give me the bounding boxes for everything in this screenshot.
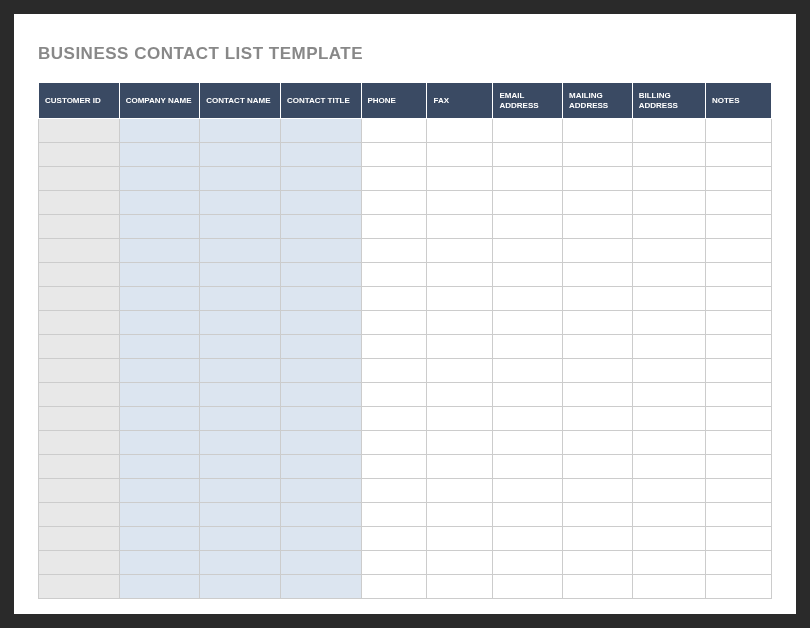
table-cell[interactable] xyxy=(119,551,200,575)
table-cell[interactable] xyxy=(493,191,563,215)
table-cell[interactable] xyxy=(200,167,281,191)
table-cell[interactable] xyxy=(427,407,493,431)
table-cell[interactable] xyxy=(705,551,771,575)
table-cell[interactable] xyxy=(280,311,361,335)
table-cell[interactable] xyxy=(563,503,633,527)
table-cell[interactable] xyxy=(119,215,200,239)
table-cell[interactable] xyxy=(427,431,493,455)
table-cell[interactable] xyxy=(361,263,427,287)
table-cell[interactable] xyxy=(361,503,427,527)
table-cell[interactable] xyxy=(39,527,120,551)
table-cell[interactable] xyxy=(280,575,361,599)
table-cell[interactable] xyxy=(119,143,200,167)
table-cell[interactable] xyxy=(200,503,281,527)
table-cell[interactable] xyxy=(705,407,771,431)
table-cell[interactable] xyxy=(493,431,563,455)
table-cell[interactable] xyxy=(200,383,281,407)
table-cell[interactable] xyxy=(563,575,633,599)
table-cell[interactable] xyxy=(200,359,281,383)
table-cell[interactable] xyxy=(39,119,120,143)
table-cell[interactable] xyxy=(705,503,771,527)
table-cell[interactable] xyxy=(705,191,771,215)
table-cell[interactable] xyxy=(200,431,281,455)
table-cell[interactable] xyxy=(39,167,120,191)
table-cell[interactable] xyxy=(705,239,771,263)
table-cell[interactable] xyxy=(39,383,120,407)
table-cell[interactable] xyxy=(493,167,563,191)
table-cell[interactable] xyxy=(632,551,705,575)
table-cell[interactable] xyxy=(361,239,427,263)
table-cell[interactable] xyxy=(427,575,493,599)
table-cell[interactable] xyxy=(563,239,633,263)
table-cell[interactable] xyxy=(563,287,633,311)
table-cell[interactable] xyxy=(493,455,563,479)
table-cell[interactable] xyxy=(39,455,120,479)
table-cell[interactable] xyxy=(119,383,200,407)
table-cell[interactable] xyxy=(705,119,771,143)
table-cell[interactable] xyxy=(705,143,771,167)
table-cell[interactable] xyxy=(200,455,281,479)
table-cell[interactable] xyxy=(563,407,633,431)
table-cell[interactable] xyxy=(280,407,361,431)
table-cell[interactable] xyxy=(563,263,633,287)
table-cell[interactable] xyxy=(705,215,771,239)
table-cell[interactable] xyxy=(39,407,120,431)
table-cell[interactable] xyxy=(705,311,771,335)
table-cell[interactable] xyxy=(361,551,427,575)
table-cell[interactable] xyxy=(119,407,200,431)
table-cell[interactable] xyxy=(280,431,361,455)
table-cell[interactable] xyxy=(632,263,705,287)
table-cell[interactable] xyxy=(427,167,493,191)
table-cell[interactable] xyxy=(563,215,633,239)
table-cell[interactable] xyxy=(39,143,120,167)
table-cell[interactable] xyxy=(361,407,427,431)
table-cell[interactable] xyxy=(361,431,427,455)
table-cell[interactable] xyxy=(39,359,120,383)
table-cell[interactable] xyxy=(563,383,633,407)
table-cell[interactable] xyxy=(119,359,200,383)
table-cell[interactable] xyxy=(39,479,120,503)
table-cell[interactable] xyxy=(39,215,120,239)
table-cell[interactable] xyxy=(427,311,493,335)
table-cell[interactable] xyxy=(361,527,427,551)
table-cell[interactable] xyxy=(427,527,493,551)
table-cell[interactable] xyxy=(280,143,361,167)
table-cell[interactable] xyxy=(280,551,361,575)
table-cell[interactable] xyxy=(200,551,281,575)
table-cell[interactable] xyxy=(280,239,361,263)
table-cell[interactable] xyxy=(563,479,633,503)
table-cell[interactable] xyxy=(200,287,281,311)
table-cell[interactable] xyxy=(119,335,200,359)
table-cell[interactable] xyxy=(632,239,705,263)
table-cell[interactable] xyxy=(493,335,563,359)
table-cell[interactable] xyxy=(563,335,633,359)
table-cell[interactable] xyxy=(361,143,427,167)
table-cell[interactable] xyxy=(119,119,200,143)
table-cell[interactable] xyxy=(563,551,633,575)
table-cell[interactable] xyxy=(119,455,200,479)
table-cell[interactable] xyxy=(119,167,200,191)
table-cell[interactable] xyxy=(493,503,563,527)
table-cell[interactable] xyxy=(39,575,120,599)
table-cell[interactable] xyxy=(200,335,281,359)
table-cell[interactable] xyxy=(280,287,361,311)
table-cell[interactable] xyxy=(427,479,493,503)
table-cell[interactable] xyxy=(493,479,563,503)
table-cell[interactable] xyxy=(563,191,633,215)
table-cell[interactable] xyxy=(632,575,705,599)
table-cell[interactable] xyxy=(361,119,427,143)
table-cell[interactable] xyxy=(493,311,563,335)
table-cell[interactable] xyxy=(632,215,705,239)
table-cell[interactable] xyxy=(705,383,771,407)
table-cell[interactable] xyxy=(119,287,200,311)
table-cell[interactable] xyxy=(632,167,705,191)
table-cell[interactable] xyxy=(361,383,427,407)
table-cell[interactable] xyxy=(563,527,633,551)
table-cell[interactable] xyxy=(632,503,705,527)
table-cell[interactable] xyxy=(39,431,120,455)
table-cell[interactable] xyxy=(427,455,493,479)
table-cell[interactable] xyxy=(493,215,563,239)
table-cell[interactable] xyxy=(493,263,563,287)
table-cell[interactable] xyxy=(632,311,705,335)
table-cell[interactable] xyxy=(493,143,563,167)
